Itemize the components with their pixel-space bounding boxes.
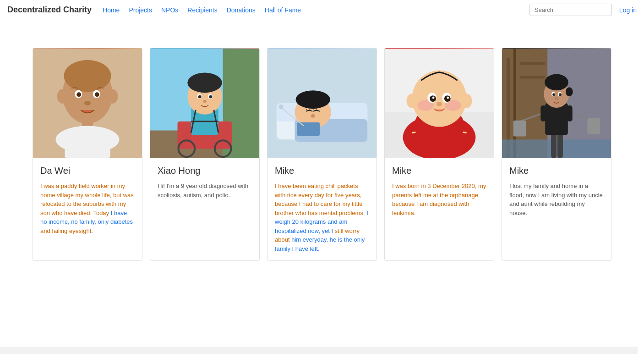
card-image-xiaohong	[150, 48, 259, 158]
card-name-mike3: Mike	[509, 166, 604, 176]
person-illustration-dawei	[33, 48, 142, 158]
svg-point-25	[209, 95, 212, 99]
card-body-mike2: Mike I was born in 3 December 2020, my p…	[385, 158, 494, 225]
nav-npos[interactable]: NPOs	[161, 6, 178, 14]
card-desc-xiaohong: Hi! I'm a 9 year old diagnosed with scol…	[158, 182, 252, 199]
svg-point-83	[555, 97, 558, 100]
svg-point-9	[84, 101, 91, 105]
svg-point-26	[203, 100, 207, 103]
svg-point-59	[461, 94, 472, 108]
svg-rect-74	[540, 105, 546, 122]
nav-home[interactable]: Home	[103, 6, 120, 14]
svg-point-2	[64, 60, 111, 92]
nav-links: Home Projects NPOs Recipients Donations …	[103, 6, 301, 14]
svg-point-81	[552, 93, 555, 96]
card-body-mike1: Mike I have been eating chili packets wi…	[267, 158, 377, 260]
card-name-xiaohong: Xiao Hong	[158, 166, 252, 176]
svg-point-12	[56, 126, 120, 154]
card-body-xiaohong: Xiao Hong Hi! I'm a 9 year old diagnosed…	[150, 158, 259, 207]
svg-rect-64	[520, 62, 546, 65]
svg-rect-75	[567, 105, 573, 122]
card-image-mike3	[502, 48, 611, 158]
card-image-dawei	[33, 48, 142, 158]
svg-point-3	[57, 89, 68, 104]
svg-point-56	[447, 97, 449, 99]
login-button[interactable]: Log in	[619, 6, 637, 14]
svg-point-58	[407, 94, 418, 108]
svg-point-24	[198, 95, 202, 99]
nav-right: Log in	[529, 4, 637, 16]
svg-point-55	[432, 97, 435, 99]
svg-point-78	[566, 87, 573, 96]
person-illustration-xiaohong	[150, 48, 259, 158]
svg-point-7	[76, 92, 81, 97]
nav-recipients[interactable]: Recipients	[187, 6, 217, 14]
svg-point-43	[279, 105, 284, 109]
svg-point-8	[95, 92, 99, 97]
svg-rect-71	[513, 121, 526, 137]
card-desc-mike1: I have been eating chili packets with ri…	[275, 182, 369, 253]
svg-point-82	[559, 93, 562, 96]
svg-rect-41	[297, 122, 320, 136]
svg-rect-69	[545, 103, 568, 135]
card-image-mike1	[267, 48, 377, 158]
svg-point-21	[187, 73, 222, 93]
cards-grid: Da Wei I was a paddy field worker in my …	[18, 48, 626, 261]
nav-donations[interactable]: Donations	[227, 6, 256, 14]
nav-hall-of-fame[interactable]: Hall of Fame	[265, 6, 301, 14]
card-name-mike1: Mike	[275, 166, 369, 176]
card-dawei[interactable]: Da Wei I was a paddy field worker in my …	[33, 48, 142, 261]
card-mike1[interactable]: Mike I have been eating chili packets wi…	[267, 48, 377, 261]
card-mike3[interactable]: Mike I lost my family and home in a floo…	[502, 48, 611, 261]
main-content: Da Wei I was a paddy field worker in my …	[0, 20, 644, 279]
navbar: Decentralized Charity Home Projects NPOs…	[0, 0, 644, 20]
search-input[interactable]	[529, 4, 612, 16]
svg-rect-73	[587, 118, 600, 134]
card-name-dawei: Da Wei	[40, 166, 135, 176]
svg-point-35	[295, 90, 330, 109]
svg-point-57	[437, 102, 442, 106]
card-desc-mike2: I was born in 3 December 2020, my parent…	[392, 182, 486, 217]
card-body-dawei: Da Wei I was a paddy field worker in my …	[33, 158, 142, 243]
person-illustration-mike1	[267, 48, 377, 158]
card-body-mike3: Mike I lost my family and home in a floo…	[502, 158, 611, 225]
person-illustration-mike2	[385, 48, 494, 158]
svg-point-48	[412, 71, 467, 127]
svg-point-40	[311, 114, 315, 118]
svg-point-4	[107, 89, 118, 104]
svg-point-77	[545, 74, 568, 91]
card-mike2[interactable]: Mike I was born in 3 December 2020, my p…	[384, 48, 494, 261]
svg-rect-65	[520, 76, 546, 79]
nav-projects[interactable]: Projects	[129, 6, 152, 14]
brand-logo[interactable]: Decentralized Charity	[7, 5, 92, 15]
card-image-mike2	[385, 48, 494, 158]
card-name-mike2: Mike	[392, 166, 486, 176]
person-illustration-mike3	[502, 48, 611, 158]
card-desc-dawei: I was a paddy field worker in my home vi…	[40, 182, 135, 235]
card-xiaohong[interactable]: Xiao Hong Hi! I'm a 9 year old diagnosed…	[150, 48, 260, 261]
card-desc-mike3: I lost my family and home in a flood, no…	[509, 182, 604, 217]
